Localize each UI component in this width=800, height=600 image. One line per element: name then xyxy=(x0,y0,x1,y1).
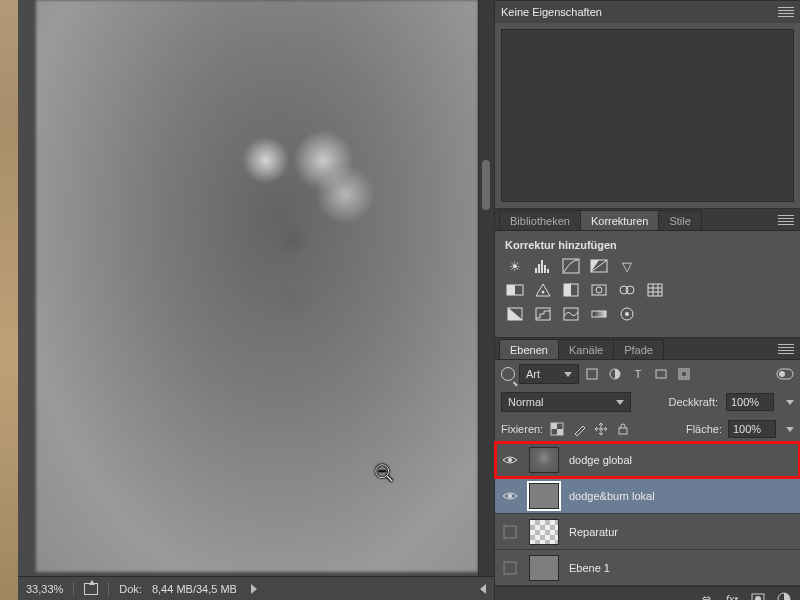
canvas-vertical-scrollbar[interactable] xyxy=(478,0,494,600)
svg-point-44 xyxy=(508,494,512,498)
hscroll-left-icon[interactable] xyxy=(480,584,486,594)
layer-visibility-toggle[interactable] xyxy=(501,523,519,541)
canvas-image xyxy=(36,0,478,572)
filter-pixel-icon[interactable] xyxy=(583,365,601,383)
layer-name[interactable]: Reparatur xyxy=(569,526,618,538)
filter-type-icons: T xyxy=(583,365,693,383)
secondary-document-strip xyxy=(0,0,18,600)
svg-rect-42 xyxy=(619,428,627,434)
layer-row[interactable]: Ebene 1 xyxy=(495,550,800,586)
adjustment-layer-icon[interactable] xyxy=(776,591,792,601)
layers-panel: Ebenen Kanäle Pfade Art T xyxy=(495,337,800,600)
color-lookup-icon[interactable] xyxy=(645,281,665,299)
tab-adjustments[interactable]: Korrekturen xyxy=(580,210,659,230)
zoom-level[interactable]: 33,33% xyxy=(26,583,63,595)
layer-mask-icon[interactable] xyxy=(750,591,766,601)
opacity-caret-icon[interactable] xyxy=(786,400,794,405)
lock-transparent-icon[interactable] xyxy=(549,421,565,437)
svg-rect-36 xyxy=(681,371,687,377)
tab-channels[interactable]: Kanäle xyxy=(558,339,614,359)
statusbar-menu-icon[interactable] xyxy=(251,584,257,594)
properties-empty xyxy=(501,29,794,202)
gradient-map-icon[interactable] xyxy=(589,305,609,323)
divider xyxy=(73,582,74,596)
tab-layers[interactable]: Ebenen xyxy=(499,339,559,359)
svg-rect-8 xyxy=(544,265,546,273)
svg-rect-7 xyxy=(541,260,543,273)
app-root: 33,33% Dok: 8,44 MB/34,5 MB Keine Eigens… xyxy=(0,0,800,600)
tab-paths[interactable]: Pfade xyxy=(613,339,664,359)
channel-mixer-icon[interactable] xyxy=(617,281,637,299)
vibrance-icon[interactable]: ▽ xyxy=(617,257,637,275)
properties-panel: Keine Eigenschaften xyxy=(495,0,800,208)
opacity-input[interactable]: 100% xyxy=(726,393,774,411)
lock-pixels-icon[interactable] xyxy=(571,421,587,437)
layer-thumbnail[interactable] xyxy=(529,483,559,509)
fill-input[interactable]: 100% xyxy=(728,420,776,438)
layer-thumbnail[interactable] xyxy=(529,447,559,473)
link-layers-icon[interactable]: ⇔ xyxy=(698,591,714,601)
color-balance-icon[interactable] xyxy=(533,281,553,299)
svg-point-48 xyxy=(755,596,761,601)
lock-all-icon[interactable] xyxy=(615,421,631,437)
curves-icon[interactable] xyxy=(561,257,581,275)
blend-mode-value: Normal xyxy=(508,396,543,408)
filter-toggle-switch[interactable] xyxy=(776,365,794,383)
svg-point-20 xyxy=(626,286,634,294)
properties-body xyxy=(495,23,800,208)
layer-name[interactable]: dodge global xyxy=(569,454,632,466)
layer-name[interactable]: Ebene 1 xyxy=(569,562,610,574)
panel-menu-icon[interactable] xyxy=(778,344,794,354)
layer-name[interactable]: dodge&burn lokal xyxy=(569,490,655,502)
lock-position-icon[interactable] xyxy=(593,421,609,437)
lock-label: Fixieren: xyxy=(501,423,543,435)
layer-visibility-toggle[interactable] xyxy=(501,451,519,469)
caret-down-icon xyxy=(616,400,624,405)
adjustments-panel: Bibliotheken Korrekturen Stile Korrektur… xyxy=(495,208,800,337)
svg-point-14 xyxy=(542,291,545,294)
brightness-icon[interactable]: ☀ xyxy=(505,257,525,275)
threshold-icon[interactable] xyxy=(561,305,581,323)
layer-thumbnail[interactable] xyxy=(529,519,559,545)
layer-visibility-toggle[interactable] xyxy=(501,487,519,505)
svg-rect-41 xyxy=(557,429,563,435)
svg-point-31 xyxy=(625,312,629,316)
bw-icon[interactable] xyxy=(561,281,581,299)
panel-menu-icon[interactable] xyxy=(778,7,794,17)
filter-adjust-icon[interactable] xyxy=(606,365,624,383)
levels-icon[interactable] xyxy=(533,257,553,275)
tab-libraries[interactable]: Bibliotheken xyxy=(499,210,581,230)
invert-icon[interactable] xyxy=(505,305,525,323)
tab-styles[interactable]: Stile xyxy=(658,210,701,230)
hue-icon[interactable] xyxy=(505,281,525,299)
fill-caret-icon[interactable] xyxy=(786,427,794,432)
layer-row[interactable]: dodge global xyxy=(495,442,800,478)
posterize-icon[interactable] xyxy=(533,305,553,323)
filter-text-icon[interactable]: T xyxy=(629,365,647,383)
filter-smart-icon[interactable] xyxy=(675,365,693,383)
filter-search-icon[interactable] xyxy=(501,367,515,381)
svg-rect-29 xyxy=(592,311,606,317)
canvas-area[interactable]: 33,33% Dok: 8,44 MB/34,5 MB xyxy=(18,0,494,600)
layers-footer: ⇔ fx▾ xyxy=(495,586,800,600)
panel-menu-icon[interactable] xyxy=(778,215,794,225)
filter-kind-dropdown[interactable]: Art xyxy=(519,364,579,384)
svg-rect-40 xyxy=(551,423,557,429)
layer-row[interactable]: dodge&burn lokal xyxy=(495,478,800,514)
layer-row[interactable]: Reparatur xyxy=(495,514,800,550)
layer-visibility-toggle[interactable] xyxy=(501,559,519,577)
exposure-icon[interactable] xyxy=(589,257,609,275)
svg-rect-46 xyxy=(504,562,516,574)
filter-shape-icon[interactable] xyxy=(652,365,670,383)
selective-color-icon[interactable] xyxy=(617,305,637,323)
photo-filter-icon[interactable] xyxy=(589,281,609,299)
fill-label: Fläche: xyxy=(686,423,722,435)
layer-fx-icon[interactable]: fx▾ xyxy=(724,591,740,601)
blend-mode-row: Normal Deckkraft: 100% xyxy=(495,388,800,416)
layer-thumbnail[interactable] xyxy=(529,555,559,581)
export-icon[interactable] xyxy=(84,583,98,595)
scrollbar-thumb[interactable] xyxy=(482,160,490,210)
blend-mode-dropdown[interactable]: Normal xyxy=(501,392,631,412)
adjustments-body: Korrektur hinzufügen ☀ ▽ xyxy=(495,231,800,337)
svg-point-43 xyxy=(508,458,512,462)
